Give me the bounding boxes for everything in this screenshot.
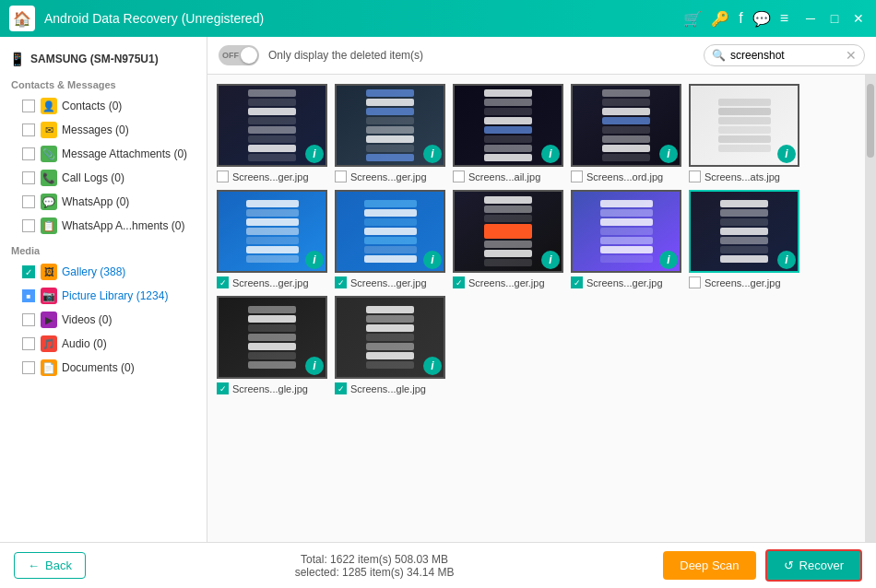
thumbnail-wrapper-12: i <box>335 296 445 379</box>
sidebar: 📱 SAMSUNG (SM-N975U1) Contacts & Message… <box>0 37 207 542</box>
sidebar-item-contacts[interactable]: 👤 Contacts (0) <box>0 94 207 118</box>
documents-checkbox[interactable] <box>22 361 35 374</box>
whatsapp-attachments-checkbox[interactable] <box>22 219 35 232</box>
item-checkbox-6[interactable] <box>217 276 229 288</box>
picture-library-icon: 📷 <box>41 288 57 304</box>
minimize-button[interactable]: ─ <box>802 10 819 27</box>
grid-item-2: i Screens...ger.jpg <box>335 84 445 182</box>
info-badge-2[interactable]: i <box>423 145 442 163</box>
attachments-checkbox[interactable] <box>22 147 35 160</box>
item-checkbox-3[interactable] <box>453 171 465 182</box>
grid-item-4: i Screens...ord.jpg <box>571 84 681 182</box>
back-label: Back <box>45 559 72 572</box>
sidebar-item-audio[interactable]: 🎵 Audio (0) <box>0 332 207 356</box>
back-button[interactable]: ← Back <box>14 552 86 579</box>
calllogs-icon: 📞 <box>41 170 57 186</box>
info-badge-8[interactable]: i <box>541 251 560 269</box>
close-button[interactable]: ✕ <box>850 10 867 27</box>
search-input[interactable] <box>730 49 841 62</box>
scroll-thumb[interactable] <box>867 84 874 158</box>
item-checkbox-4[interactable] <box>571 171 583 182</box>
audio-checkbox[interactable] <box>22 337 35 350</box>
videos-icon: ▶ <box>41 312 57 328</box>
contacts-checkbox[interactable] <box>22 100 35 112</box>
info-badge-3[interactable]: i <box>541 145 560 163</box>
documents-icon: 📄 <box>41 359 57 376</box>
sidebar-item-picture-library[interactable]: 📷 Picture Library (1234) <box>0 284 207 308</box>
item-checkbox-10[interactable] <box>689 276 701 288</box>
item-checkbox-2[interactable] <box>335 171 347 182</box>
key-icon[interactable]: 🔑 <box>711 10 729 28</box>
info-badge-7[interactable]: i <box>423 251 442 269</box>
grid-item-1: i Screens...ger.jpg <box>217 84 327 182</box>
item-filename-3: Screens...ail.jpg <box>468 171 540 182</box>
item-filename-11: Screens...gle.jpg <box>232 383 308 394</box>
info-badge-5[interactable]: i <box>777 145 796 163</box>
item-label-12: Screens...gle.jpg <box>335 382 445 394</box>
info-badge-12[interactable]: i <box>423 357 442 375</box>
item-label-4: Screens...ord.jpg <box>571 171 681 182</box>
calllogs-checkbox[interactable] <box>22 171 35 184</box>
toggle-switch[interactable]: OFF <box>219 45 259 65</box>
item-checkbox-11[interactable] <box>217 382 229 394</box>
gallery-label: Gallery (388) <box>62 265 195 278</box>
videos-label: Videos (0) <box>62 313 195 326</box>
thumbnail-wrapper-2: i <box>335 84 445 167</box>
sidebar-item-whatsapp[interactable]: 💬 WhatsApp (0) <box>0 190 207 214</box>
grid-item-6: i Screens...ger.jpg <box>217 190 327 288</box>
toolbar: OFF Only display the deleted item(s) 🔍 ✕ <box>207 37 876 75</box>
image-grid: i Screens...ger.jpg <box>207 75 865 542</box>
item-checkbox-7[interactable] <box>335 276 347 288</box>
selected-info: selected: 1285 item(s) 34.14 MB <box>95 566 654 579</box>
item-checkbox-8[interactable] <box>453 276 465 288</box>
item-checkbox-5[interactable] <box>689 171 701 182</box>
grid-item-8: i Screens...ger.jpg <box>453 190 563 288</box>
info-badge-10[interactable]: i <box>777 251 796 269</box>
thumbnail-wrapper-3: i <box>453 84 563 167</box>
cart-icon[interactable]: 🛒 <box>683 10 702 28</box>
menu-icon[interactable]: ≡ <box>780 10 788 28</box>
info-badge-9[interactable]: i <box>659 251 678 269</box>
scrollbar[interactable] <box>865 75 876 542</box>
sidebar-item-attachments[interactable]: 📎 Message Attachments (0) <box>0 142 207 166</box>
grid-item-3: i Screens...ail.jpg <box>453 84 563 182</box>
item-filename-1: Screens...ger.jpg <box>232 171 309 182</box>
gallery-checkbox[interactable] <box>22 265 35 278</box>
item-filename-2: Screens...ger.jpg <box>350 171 427 182</box>
device-name: SAMSUNG (SM-N975U1) <box>30 53 159 65</box>
whatsapp-checkbox[interactable] <box>22 195 35 208</box>
whatsapp-attachments-label: WhatsApp A...hments (0) <box>62 219 195 232</box>
item-label-5: Screens...ats.jpg <box>689 171 799 182</box>
item-checkbox-9[interactable] <box>571 276 583 288</box>
footer-info: Total: 1622 item(s) 508.03 MB selected: … <box>95 553 654 579</box>
search-clear-button[interactable]: ✕ <box>846 48 857 63</box>
facebook-icon[interactable]: f <box>739 10 742 28</box>
sidebar-item-videos[interactable]: ▶ Videos (0) <box>0 308 207 332</box>
info-badge-1[interactable]: i <box>305 145 324 163</box>
restore-button[interactable]: □ <box>826 10 843 27</box>
info-badge-11[interactable]: i <box>305 357 324 375</box>
sidebar-item-messages[interactable]: ✉ Messages (0) <box>0 118 207 142</box>
picture-library-checkbox[interactable] <box>22 289 35 302</box>
info-badge-4[interactable]: i <box>659 145 678 163</box>
item-checkbox-1[interactable] <box>217 171 229 182</box>
toggle-track[interactable]: OFF <box>219 45 259 65</box>
sidebar-item-calllogs[interactable]: 📞 Call Logs (0) <box>0 166 207 190</box>
chat-icon[interactable]: 💬 <box>752 10 771 28</box>
grid-item-5: i Screens...ats.jpg <box>689 84 799 182</box>
item-filename-5: Screens...ats.jpg <box>704 171 780 182</box>
grid-item-12: i Screens...gle.jpg <box>335 296 445 394</box>
grid-item-11: i Screens...gle.jpg <box>217 296 327 394</box>
sidebar-item-gallery[interactable]: 🖼 Gallery (388) <box>0 260 207 284</box>
search-box: 🔍 ✕ <box>704 44 865 66</box>
sidebar-item-documents[interactable]: 📄 Documents (0) <box>0 356 207 380</box>
messages-checkbox[interactable] <box>22 123 35 136</box>
item-filename-12: Screens...gle.jpg <box>350 383 426 394</box>
videos-checkbox[interactable] <box>22 313 35 326</box>
item-checkbox-12[interactable] <box>335 382 347 394</box>
recover-button[interactable]: ↺ Recover <box>765 549 862 582</box>
deep-scan-button[interactable]: Deep Scan <box>663 551 755 580</box>
info-badge-6[interactable]: i <box>305 251 324 269</box>
sidebar-item-whatsapp-attachments[interactable]: 📋 WhatsApp A...hments (0) <box>0 214 207 238</box>
documents-label: Documents (0) <box>62 361 195 374</box>
